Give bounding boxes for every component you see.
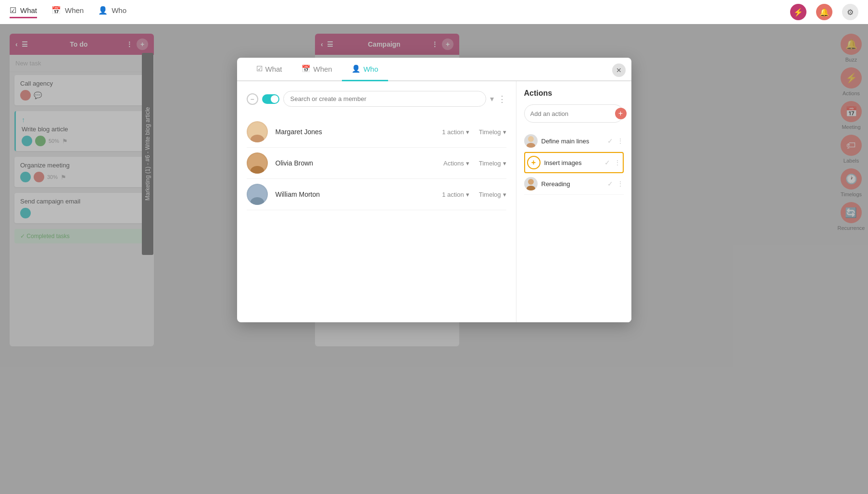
member-timelog-pill[interactable]: Timelog ▾ bbox=[479, 191, 506, 198]
member-avatar bbox=[247, 184, 268, 205]
modal-tab-when-label: When bbox=[314, 65, 332, 73]
action-check-icon[interactable]: ✓ bbox=[604, 159, 610, 166]
modal-tabs: ☑ What 📅 When 👤 Who bbox=[237, 58, 631, 81]
actions-title: Actions bbox=[524, 89, 624, 98]
member-name: Olivia Brown bbox=[276, 159, 444, 167]
svg-point-8 bbox=[528, 179, 534, 185]
action-item: + Insert images ✓ ⋮ bbox=[524, 152, 624, 173]
member-action-pill[interactable]: 1 action ▾ bbox=[442, 191, 469, 198]
action-avatar bbox=[524, 134, 538, 148]
remove-member-button[interactable]: − bbox=[247, 93, 258, 105]
svg-point-5 bbox=[251, 197, 264, 205]
action-chevron-icon: ▾ bbox=[466, 128, 469, 136]
member-timelog-pill[interactable]: Timelog ▾ bbox=[479, 128, 506, 136]
timelog-chevron-icon: ▾ bbox=[503, 160, 506, 167]
who-panel: − ▾ ⋮ Margaret Jones 1 action ▾ bbox=[237, 81, 516, 322]
modal-tab-when[interactable]: 📅 When bbox=[292, 58, 342, 81]
nav-tab-who[interactable]: 👤 Who bbox=[98, 6, 126, 18]
member-name: Margaret Jones bbox=[276, 128, 442, 136]
settings-button[interactable]: ⚙ bbox=[842, 4, 858, 20]
action-label: Actions bbox=[443, 160, 464, 167]
notification-button[interactable]: 🔔 bbox=[816, 4, 832, 20]
modal-when-icon: 📅 bbox=[302, 64, 311, 73]
modal-close-button[interactable]: ✕ bbox=[612, 63, 626, 77]
nav-tab-what[interactable]: ☑ What bbox=[10, 6, 37, 18]
action-add-avatar[interactable]: + bbox=[527, 156, 541, 169]
svg-point-1 bbox=[251, 135, 264, 142]
modal-tab-what-label: What bbox=[265, 65, 282, 73]
actions-panel: Actions + Define main lines ✓ ⋮ + bbox=[516, 81, 631, 322]
action-avatar bbox=[524, 177, 538, 190]
member-name: William Morton bbox=[276, 190, 442, 198]
action-chevron-icon: ▾ bbox=[466, 191, 469, 198]
svg-point-3 bbox=[251, 166, 264, 174]
action-text: Insert images bbox=[544, 159, 601, 166]
action-text: Rereading bbox=[541, 180, 604, 188]
svg-point-7 bbox=[527, 143, 535, 148]
modal-what-icon: ☑ bbox=[256, 64, 263, 73]
modal-tab-who[interactable]: 👤 Who bbox=[342, 58, 388, 81]
svg-point-2 bbox=[253, 156, 262, 165]
modal: ✕ ☑ What 📅 When 👤 Who − bbox=[237, 58, 631, 322]
top-right-actions: ⚡ 🔔 ⚙ bbox=[790, 4, 858, 20]
search-more-icon[interactable]: ⋮ bbox=[498, 94, 506, 104]
member-row: Olivia Brown Actions ▾ Timelog ▾ bbox=[247, 148, 506, 179]
add-action-input[interactable] bbox=[530, 110, 611, 117]
what-icon: ☑ bbox=[10, 6, 16, 15]
action-check-icon[interactable]: ✓ bbox=[607, 180, 613, 188]
member-avatar bbox=[247, 121, 268, 142]
svg-point-0 bbox=[253, 125, 262, 133]
nav-tab-when-label: When bbox=[65, 6, 84, 14]
who-icon: 👤 bbox=[98, 6, 108, 15]
modal-body: − ▾ ⋮ Margaret Jones 1 action ▾ bbox=[237, 81, 631, 322]
timelog-label: Timelog bbox=[479, 160, 501, 167]
action-more-icon[interactable]: ⋮ bbox=[614, 159, 621, 166]
add-action-button[interactable]: + bbox=[615, 108, 627, 119]
member-action-pill[interactable]: 1 action ▾ bbox=[442, 128, 469, 136]
timelog-label: Timelog bbox=[479, 128, 501, 136]
search-dropdown-icon[interactable]: ▾ bbox=[490, 94, 494, 103]
svg-point-9 bbox=[527, 186, 535, 190]
when-icon: 📅 bbox=[51, 6, 61, 15]
action-item: Rereading ✓ ⋮ bbox=[524, 173, 624, 195]
member-timelog-pill[interactable]: Timelog ▾ bbox=[479, 160, 506, 167]
action-text: Define main lines bbox=[541, 138, 604, 145]
modal-who-icon: 👤 bbox=[352, 64, 361, 73]
nav-tab-what-label: What bbox=[20, 6, 37, 14]
modal-tab-who-label: Who bbox=[364, 65, 378, 73]
svg-point-4 bbox=[253, 187, 262, 196]
svg-point-6 bbox=[528, 136, 534, 142]
action-label: 1 action bbox=[442, 191, 464, 198]
member-toggle[interactable] bbox=[262, 94, 279, 104]
action-item: Define main lines ✓ ⋮ bbox=[524, 130, 624, 152]
action-chevron-icon: ▾ bbox=[466, 160, 469, 167]
member-row: William Morton 1 action ▾ Timelog ▾ bbox=[247, 179, 506, 210]
top-nav: ☑ What 📅 When 👤 Who ⚡ 🔔 ⚙ bbox=[0, 0, 868, 24]
add-action-row: + bbox=[524, 104, 624, 123]
timelog-chevron-icon: ▾ bbox=[503, 128, 506, 136]
timelog-chevron-icon: ▾ bbox=[503, 191, 506, 198]
nav-tab-who-label: Who bbox=[112, 6, 126, 14]
member-row: Margaret Jones 1 action ▾ Timelog ▾ bbox=[247, 116, 506, 148]
action-more-icon[interactable]: ⋮ bbox=[617, 137, 624, 145]
member-action-pill[interactable]: Actions ▾ bbox=[443, 160, 469, 167]
action-check-icon[interactable]: ✓ bbox=[607, 137, 613, 145]
search-member-input[interactable] bbox=[283, 91, 486, 107]
nav-tab-when[interactable]: 📅 When bbox=[51, 6, 84, 18]
search-row: − ▾ ⋮ bbox=[247, 91, 506, 107]
filter-button[interactable]: ⚡ bbox=[790, 4, 806, 20]
timelog-label: Timelog bbox=[479, 191, 501, 198]
modal-tab-what[interactable]: ☑ What bbox=[247, 58, 292, 81]
action-label: 1 action bbox=[442, 128, 464, 136]
action-more-icon[interactable]: ⋮ bbox=[617, 180, 624, 188]
member-avatar bbox=[247, 152, 268, 174]
main-area: ‹ ☰ To do ⋮ + New task Call agency 💬 ↑ bbox=[0, 24, 868, 494]
